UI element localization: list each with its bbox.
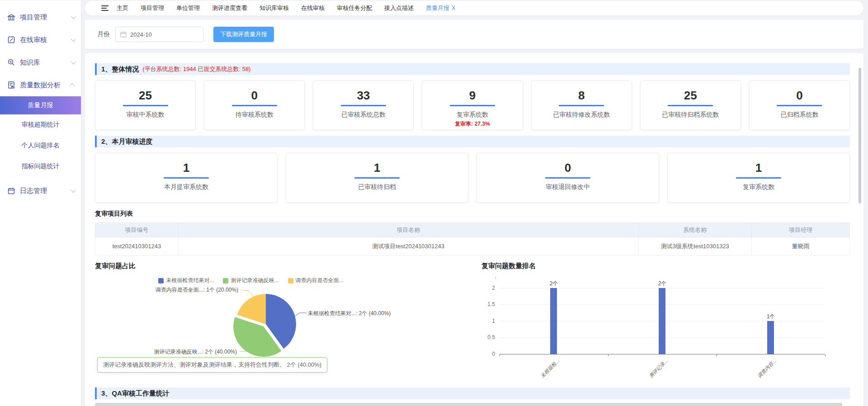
bar-1[interactable]	[550, 288, 557, 354]
tab-quality-report[interactable]: 质量月报X	[426, 4, 455, 12]
section-title: 2、本月审核进度	[101, 137, 152, 146]
stat-underline	[450, 105, 495, 106]
stat-value: 0	[477, 161, 659, 174]
bar-3[interactable]	[767, 321, 774, 354]
chevron-down-icon	[71, 59, 76, 64]
x-category-label: 测评记录...	[642, 358, 670, 385]
bar-2[interactable]	[659, 288, 665, 354]
bar-plot-area: ↑ 2 1.5 1 0.5 0 2个 2个 1个	[481, 262, 850, 384]
table-row[interactable]: test202410301243 测试项目test202410301243 测试…	[95, 237, 850, 255]
pie-chart-review-issue-ratio: 复审问题占比 未根据检查结果对... 测评记录准确反映... 调查内容是否全面.…	[95, 262, 407, 384]
chevron-down-icon	[71, 14, 76, 19]
sidebar-item-personal-issue-ranking[interactable]: 个人问题排名	[0, 135, 81, 156]
section-header-overview: 1、整体情况 (平台系统总数: 1944 已提交系统总数: 58)	[95, 63, 850, 75]
download-report-button[interactable]: 下载测评质量月报	[213, 27, 274, 42]
tab-task-assign[interactable]: 审核任务分配	[337, 4, 372, 12]
sidebar-item-online-review[interactable]: 在线审核	[0, 28, 81, 51]
sidebar-item-quality-analysis[interactable]: 质量数据分析	[0, 74, 81, 96]
stat-underline	[668, 105, 713, 106]
stat-card: 8 已审核待修改系统数	[531, 80, 632, 130]
stat-sublabel: 复审率: 27.3%	[422, 120, 522, 128]
review-project-table: 项目编号 项目名称 系统名称 项目经理 test202410301243 测试项…	[95, 222, 850, 255]
section-header-month-progress: 2、本月审核进度	[95, 136, 850, 147]
cell-project-id: test202410301243	[95, 237, 179, 255]
pie-callout-green: 测评记录准确反映...: 2个 (40.00%)	[154, 348, 237, 356]
stat-card: 25 审核中系统数	[95, 80, 196, 130]
sidebar-item-label: 个人问题排名	[22, 142, 60, 150]
sidebar-item-knowledge-base[interactable]: 知识库	[0, 51, 81, 74]
section-title: 3、QA审核工作量统计	[101, 389, 170, 398]
axis-tick	[500, 354, 500, 356]
x-category-label: 未根据检...	[534, 358, 561, 385]
y-tick-label: 0	[481, 351, 495, 357]
stat-card: 33 已审核系统总数	[313, 80, 414, 130]
stat-card: 9 复审系统数 复审率: 27.3%	[422, 80, 523, 130]
tab-unit-mgmt[interactable]: 单位管理	[176, 4, 200, 12]
sidebar-item-label: 项目管理	[20, 13, 71, 22]
tab-eval-progress[interactable]: 测评进度查看	[212, 4, 247, 12]
report-content: 1、整体情况 (平台系统总数: 1944 已提交系统总数: 58) 25 审核中…	[85, 53, 863, 406]
tab-home[interactable]: 主页	[117, 4, 128, 12]
stat-value: 33	[313, 89, 413, 102]
stat-card: 0 已归档系统数	[749, 80, 850, 130]
bar-chart-review-issue-ranking: 复审问题数量排名 ↑ 2 1.5 1 0.5 0 2个	[481, 262, 850, 384]
tab-project-mgmt[interactable]: 项目管理	[141, 4, 164, 12]
stat-underline	[341, 105, 386, 106]
cell-system-name: 测试3级系统test10301323	[638, 237, 751, 255]
tab-access-point[interactable]: 接入点描述	[384, 4, 414, 12]
collapse-menu-icon[interactable]	[101, 5, 108, 11]
charts-row: 复审问题占比 未根据检查结果对... 测评记录准确反映... 调查内容是否全面.…	[95, 262, 850, 384]
sidebar-item-label: 日志管理	[20, 187, 71, 195]
y-tick-label: 1	[481, 318, 495, 324]
vertical-scrollbar[interactable]	[859, 68, 861, 203]
tab-kb-review[interactable]: 知识库审核	[259, 4, 289, 12]
stat-underline	[736, 177, 781, 179]
stat-value: 9	[422, 89, 522, 102]
sidebar-item-indicator-issue-stats[interactable]: 指标问题统计	[0, 156, 81, 177]
col-header-system-name: 系统名称	[638, 223, 751, 237]
col-header-project-name: 项目名称	[178, 223, 638, 237]
stat-card: 0 审核退回修改中	[476, 153, 659, 203]
edit-icon	[7, 36, 15, 44]
sidebar-item-log-mgmt[interactable]: 日志管理	[0, 179, 81, 202]
callout-line-blue	[294, 313, 307, 317]
stat-label: 已审核系统总数	[313, 111, 413, 119]
sidebar-item-label: 在线审核	[20, 36, 71, 44]
bar-value-label: 1个	[757, 313, 784, 321]
y-tick-label: 2	[481, 285, 495, 291]
sidebar-item-label: 指标问题统计	[22, 162, 60, 170]
stat-value: 0	[750, 89, 849, 102]
tab-online-review[interactable]: 在线审核	[301, 4, 325, 12]
pie-callout-yellow: 调查内容是否全面...: 1个 (20.00%)	[156, 286, 238, 294]
month-label: 月份	[97, 30, 110, 38]
bar-value-label: 2个	[649, 280, 676, 288]
sidebar: 项目管理 在线审核 知识库 质量数据分析 质量月报 审核超期统计 个人问题排名 …	[0, 0, 81, 406]
x-axis-line	[500, 354, 825, 354]
overview-cards-row: 25 审核中系统数 0 待审核系统数 33 已审核系统总数 9 复审系统数 复审…	[95, 80, 850, 130]
stat-value: 25	[95, 89, 195, 102]
section-title: 1、整体情况	[101, 65, 139, 74]
month-picker[interactable]	[115, 27, 203, 42]
sidebar-item-project-mgmt[interactable]: 项目管理	[0, 6, 81, 28]
sidebar-item-label: 质量数据分析	[20, 81, 71, 90]
table-header-row: 项目编号 项目名称 系统名称 项目经理	[95, 223, 850, 237]
top-nav-bar: 主页 项目管理 单位管理 测评进度查看 知识库审核 在线审核 审核任务分配 接入…	[85, 1, 863, 15]
chevron-down-icon	[71, 188, 76, 193]
sidebar-item-quality-report[interactable]: 质量月报	[0, 96, 81, 114]
stat-label: 已审核待归档	[286, 183, 468, 191]
close-tab-icon[interactable]: X	[452, 5, 455, 11]
tab-label: 质量月报	[426, 5, 449, 11]
stat-card: 1 本月提审系统数	[95, 153, 278, 203]
horizontal-scrollbar[interactable]	[95, 403, 842, 406]
stat-value: 1	[95, 161, 277, 174]
review-table-title: 复审项目列表	[95, 210, 850, 218]
pie-callout-blue: 未根据检查结果对...: 2个 (40.00%)	[308, 310, 391, 317]
bar-value-label: 2个	[540, 280, 567, 288]
sidebar-item-review-overdue-stats[interactable]: 审核超期统计	[0, 114, 81, 135]
analysis-icon	[7, 81, 15, 89]
calendar-icon	[120, 31, 127, 38]
filter-bar: 月份 下载测评质量月报	[85, 20, 863, 49]
month-input[interactable]	[130, 31, 189, 38]
pie-tooltip: 测评记录准确反映测评方法、测评对象及测评结果，支持符合性判断。 2个 (40.0…	[97, 357, 327, 373]
stat-value: 1	[668, 161, 849, 174]
